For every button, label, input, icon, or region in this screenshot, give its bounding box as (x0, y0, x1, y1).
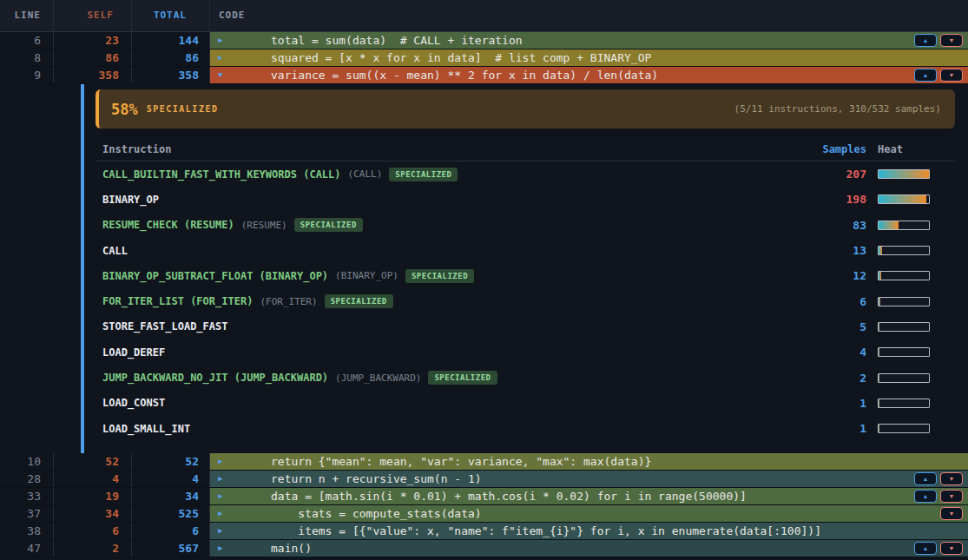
self-samples: 358 (54, 67, 132, 83)
code-text: main() (271, 540, 312, 557)
jump-buttons: ▲▼ (914, 542, 963, 555)
code-text: return {"mean": mean, "var": variance, "… (271, 453, 651, 470)
heat-bar-fill (879, 348, 879, 356)
jump-up-button[interactable]: ▲ (914, 69, 937, 82)
code-text: total = sum(data) # CALL + iteration (271, 32, 523, 49)
instruction-name: LOAD_DEREF (102, 346, 165, 359)
code-cell[interactable]: ▶ stats = compute_stats(data) ▼ (210, 505, 968, 522)
self-samples: 23 (54, 32, 132, 49)
expand-icon[interactable]: ▶ (218, 488, 222, 504)
code-cell[interactable]: ▶ return {"mean": mean, "var": variance,… (210, 453, 968, 470)
code-text: stats = compute_stats(data) (271, 505, 482, 522)
total-samples: 34 (132, 488, 210, 504)
jump-down-button[interactable]: ▼ (940, 34, 963, 47)
jump-up-button[interactable]: ▲ (914, 490, 937, 503)
jump-buttons: ▼ (940, 507, 963, 520)
expand-icon[interactable]: ▶ (218, 49, 222, 66)
heat-bar-fill (879, 374, 879, 382)
instruction-row: CALL_BUILTIN_FAST_WITH_KEYWORDS (CALL) (… (95, 161, 955, 187)
instruction-row: LOAD_DEREF 4 (95, 339, 955, 365)
code-cell[interactable]: ▼ variance = sum((x - mean) ** 2 for x i… (210, 67, 968, 83)
line-detail-panel: 58% SPECIALIZED (5/11 instructions, 310/… (0, 84, 968, 453)
specialization-label: SPECIALIZED (147, 104, 219, 114)
instruction-base-name: (JUMP_BACKWARD) (335, 372, 421, 384)
instruction-row: RESUME_CHECK (RESUME) (RESUME) SPECIALIZ… (95, 213, 955, 238)
code-line-row: 10 52 52 ▶ return {"mean": mean, "var": … (0, 453, 968, 471)
code-cell[interactable]: ▶ main() ▲▼ (210, 540, 968, 557)
instruction-name: JUMP_BACKWARD_NO_JIT (JUMP_BACKWARD) (102, 372, 328, 384)
heat-bar-fill (879, 323, 879, 331)
expand-icon[interactable]: ▶ (218, 471, 222, 487)
instruction-table-header: Instruction Samples Heat (95, 141, 955, 161)
instruction-base-name: (CALL) (348, 168, 383, 180)
heat-bar-fill (879, 221, 899, 229)
heat-bar (878, 169, 930, 179)
jump-buttons: ▲▼ (914, 34, 963, 47)
total-samples: 358 (132, 67, 210, 83)
heat-bar-fill (879, 425, 879, 432)
jump-down-button[interactable]: ▼ (940, 542, 963, 555)
code-cell[interactable]: ▶ squared = [x * x for x in data] # list… (210, 49, 968, 66)
specialized-badge: SPECIALIZED (294, 218, 363, 232)
total-samples: 86 (132, 49, 210, 66)
column-header-total: TOTAL (132, 0, 210, 31)
instruction-name: CALL_BUILTIN_FAST_WITH_KEYWORDS (CALL) (102, 168, 341, 181)
code-line-row: 47 2 567 ▶ main() ▲▼ (0, 540, 968, 557)
code-text: items = [{"value": x, "name": f"item_{i}… (271, 523, 821, 539)
expand-icon[interactable]: ▶ (218, 32, 222, 49)
line-number: 28 (0, 471, 54, 487)
instruction-row: FOR_ITER_LIST (FOR_ITER) (FOR_ITER) SPEC… (95, 288, 955, 313)
samples-column-header: Samples (797, 143, 866, 155)
self-samples: 4 (54, 471, 132, 487)
code-text: return n + recursive_sum(n - 1) (271, 471, 482, 487)
profiler-app: LINE SELF TOTAL CODE 6 23 144 ▶ total = … (0, 0, 968, 560)
heat-bar (878, 271, 930, 280)
code-cell[interactable]: ▶ items = [{"value": x, "name": f"item_{… (210, 523, 968, 539)
expand-icon[interactable]: ▶ (218, 540, 222, 557)
column-header-self: SELF (54, 0, 132, 31)
samples-value: 12 (797, 269, 866, 282)
total-samples: 6 (132, 523, 210, 539)
expand-icon[interactable]: ▶ (218, 505, 222, 522)
line-number: 38 (0, 523, 54, 539)
instruction-row: LOAD_CONST 1 (95, 391, 955, 416)
line-number: 47 (0, 540, 54, 557)
expand-icon[interactable]: ▶ (218, 523, 222, 539)
jump-up-button[interactable]: ▲ (914, 472, 937, 485)
code-cell[interactable]: ▶ return n + recursive_sum(n - 1) ▲▼ (210, 471, 968, 487)
jump-down-button[interactable]: ▼ (940, 507, 963, 520)
instruction-row: LOAD_SMALL_INT 1 (95, 416, 955, 441)
self-samples: 2 (54, 540, 132, 557)
samples-value: 1 (797, 397, 866, 410)
expand-icon[interactable]: ▼ (218, 67, 222, 83)
instruction-row: CALL 13 (95, 238, 955, 263)
instruction-column-header: Instruction (102, 143, 797, 155)
jump-down-button[interactable]: ▼ (940, 472, 963, 485)
jump-down-button[interactable]: ▼ (940, 490, 963, 503)
code-line-row: 9 358 358 ▼ variance = sum((x - mean) **… (0, 67, 968, 84)
self-samples: 52 (54, 453, 132, 470)
jump-up-button[interactable]: ▲ (914, 542, 937, 555)
heat-bar-fill (879, 170, 929, 178)
expand-icon[interactable]: ▶ (218, 453, 222, 470)
line-number: 10 (0, 453, 54, 470)
instruction-name: BINARY_OP (102, 194, 159, 206)
samples-value: 198 (797, 193, 866, 206)
column-header-code: CODE (210, 0, 968, 31)
instruction-row: BINARY_OP 198 (95, 187, 955, 212)
samples-value: 5 (797, 320, 866, 333)
heat-bar (878, 424, 930, 433)
instruction-name: RESUME_CHECK (RESUME) (102, 219, 234, 231)
code-line-row: 37 34 525 ▶ stats = compute_stats(data) … (0, 505, 968, 523)
total-samples: 4 (132, 471, 210, 487)
code-cell[interactable]: ▶ total = sum(data) # CALL + iteration ▲… (210, 32, 968, 49)
code-line-row: 33 19 34 ▶ data = [math.sin(i * 0.01) + … (0, 488, 968, 505)
code-cell[interactable]: ▶ data = [math.sin(i * 0.01) + math.cos(… (210, 488, 968, 504)
instruction-name: LOAD_SMALL_INT (102, 423, 190, 435)
jump-up-button[interactable]: ▲ (914, 34, 937, 47)
code-rows-bottom: 10 52 52 ▶ return {"mean": mean, "var": … (0, 453, 968, 557)
jump-buttons: ▲▼ (914, 69, 963, 82)
total-samples: 567 (132, 540, 210, 557)
jump-down-button[interactable]: ▼ (940, 69, 963, 82)
samples-value: 4 (797, 346, 866, 359)
